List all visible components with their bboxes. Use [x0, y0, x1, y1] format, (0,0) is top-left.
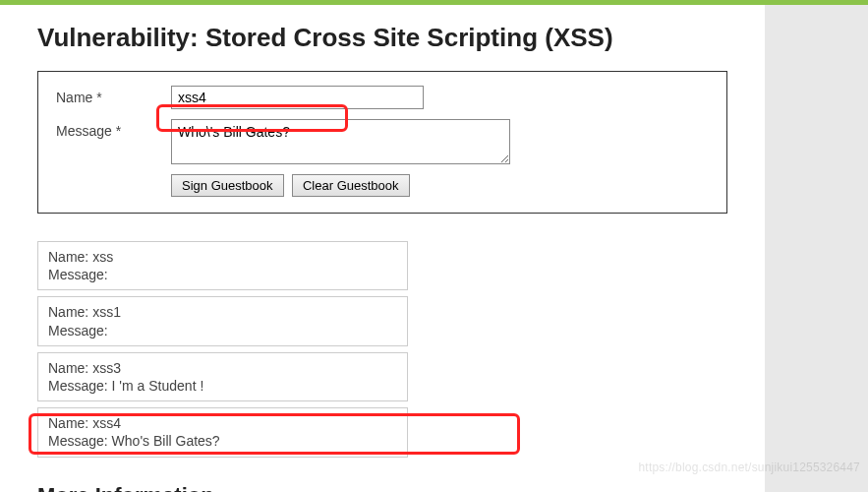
entry-message-label: Message: — [48, 433, 108, 449]
entry-name-label: Name: — [48, 304, 88, 320]
guestbook-entry: Name: xss4 Message: Who's Bill Gates? — [37, 407, 408, 457]
entry-name-label: Name: — [48, 360, 88, 376]
name-row: Name * — [56, 86, 709, 109]
message-input[interactable] — [171, 119, 510, 164]
entry-name-value: xss — [92, 249, 113, 265]
entry-name-value: xss3 — [92, 360, 121, 376]
entry-name-label: Name: — [48, 249, 88, 265]
entry-message-label: Message: — [48, 267, 108, 282]
watermark: https://blog.csdn.net/sunjikui1255326447 — [639, 461, 861, 474]
entry-name-value: xss4 — [92, 415, 121, 431]
entry-name-value: xss1 — [92, 304, 121, 320]
clear-guestbook-button[interactable]: Clear Guestbook — [292, 174, 410, 197]
guestbook-entry: Name: xss Message: — [37, 241, 408, 290]
entry-message-label: Message: — [48, 378, 108, 394]
guestbook-entry: Name: xss1 Message: — [37, 296, 408, 345]
name-input[interactable] — [171, 86, 424, 109]
guestbook-entry: Name: xss3 Message: I 'm a Student ! — [37, 352, 408, 401]
sign-guestbook-button[interactable]: Sign Guestbook — [171, 174, 284, 197]
entry-message-value: Who's Bill Gates? — [112, 433, 220, 449]
main-panel: Vulnerability: Stored Cross Site Scripti… — [0, 5, 765, 492]
guestbook-entries: Name: xss Message: Name: xss1 Message: N… — [37, 241, 727, 458]
page-title: Vulnerability: Stored Cross Site Scripti… — [37, 23, 765, 53]
more-information-heading: More Information — [37, 483, 765, 493]
message-label: Message * — [56, 119, 171, 139]
entry-name-label: Name: — [48, 415, 88, 431]
entry-message-label: Message: — [48, 323, 108, 338]
message-row: Message * — [56, 119, 709, 164]
name-label: Name * — [56, 86, 171, 105]
guestbook-form: Name * Message * Sign Guestbook Clear Gu… — [37, 71, 727, 214]
button-row: Sign Guestbook Clear Guestbook — [171, 174, 709, 197]
entry-message-value: I 'm a Student ! — [112, 378, 204, 394]
